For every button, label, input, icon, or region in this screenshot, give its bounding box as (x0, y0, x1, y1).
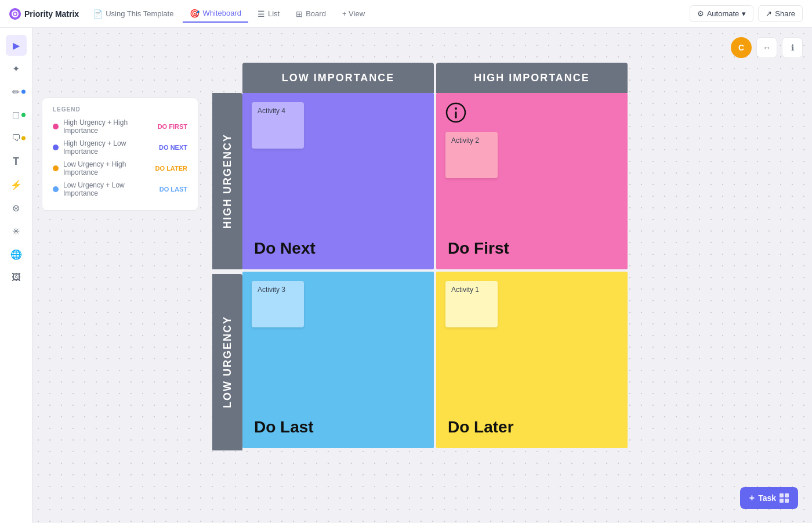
chevron-down-icon: ▾ (742, 9, 746, 18)
do-last-label: Do Last (254, 418, 314, 437)
row-headers: HIGH URGENCY LOW URGENCY (212, 93, 242, 450)
row-header-high-label: HIGH URGENCY (222, 134, 234, 229)
row-header-high-urgency: HIGH URGENCY (212, 93, 242, 269)
legend-dot-do-last (53, 186, 59, 192)
legend-badge-do-next: DO NEXT (159, 144, 187, 151)
tool-note[interactable]: 🗨 (6, 128, 27, 149)
tool-media[interactable]: 🖼 (6, 267, 27, 288)
do-first-label: Do First (448, 239, 509, 258)
shape-dot (21, 113, 26, 117)
tool-diagram[interactable]: ⊛ (6, 197, 27, 218)
tab-using-template[interactable]: 📄 Using This Template (86, 6, 180, 22)
activity-1-note[interactable]: Activity 1 (445, 281, 498, 327)
list-icon: ☰ (258, 9, 265, 19)
legend-badge-do-first: DO FIRST (158, 123, 187, 130)
embed-icon: 🌐 (10, 249, 22, 260)
tab-board[interactable]: ⊞ Board (289, 6, 333, 22)
canvas-controls: C ↔ ℹ (731, 37, 803, 58)
legend-text-do-last: Low Urgency + Low Importance (63, 181, 155, 197)
legend-badge-do-last: DO LAST (160, 186, 187, 193)
do-next-label: Do Next (254, 239, 316, 258)
legend-item-do-last: Low Urgency + Low Importance DO LAST (53, 181, 187, 197)
legend-text-do-next: High Urgency + Low Importance (63, 139, 154, 156)
share-button[interactable]: ↗ Share (758, 5, 803, 22)
logo-icon (9, 8, 21, 20)
matrix-grid: Activity 4 Do Next Activity 2 Do First (242, 93, 628, 450)
tool-magic[interactable]: ✦ (6, 58, 27, 79)
avatar: C (731, 37, 752, 58)
app-logo: Priority Matrix (9, 8, 79, 20)
col-header-low-label: LOW IMPORTANCE (282, 72, 395, 84)
expand-button[interactable]: ↔ (756, 37, 777, 58)
grid-icon (780, 493, 789, 503)
main-layout: ▶ ✦ ✏ □ 🗨 T ⚡ ⊛ ✳ 🌐 (0, 28, 812, 523)
tool-connector[interactable]: ⚡ (6, 174, 27, 195)
matrix-body: HIGH URGENCY LOW URGENCY Activity 4 Do N… (212, 93, 628, 450)
alert-icon (445, 102, 618, 127)
note-icon: 🗨 (12, 133, 21, 143)
row-header-low-label: LOW URGENCY (222, 316, 234, 409)
quadrant-do-last[interactable]: Activity 3 Do Last (242, 272, 434, 448)
legend-dot-do-first (53, 124, 59, 129)
select-icon: ▶ (13, 40, 20, 51)
do-later-label: Do Later (448, 418, 514, 437)
automate-icon: ⚙ (697, 9, 704, 18)
magic-icon: ✦ (12, 63, 20, 74)
legend-card: LEGEND High Urgency + High Importance DO… (42, 98, 198, 211)
svg-rect-4 (455, 111, 457, 118)
add-task-button[interactable]: + Task (740, 487, 798, 509)
automate-button[interactable]: ⚙ Automate ▾ (690, 5, 754, 22)
tool-text[interactable]: T (6, 151, 27, 172)
svg-point-1 (14, 13, 16, 15)
note-dot (21, 136, 26, 140)
legend-badge-do-later: DO LATER (155, 165, 187, 172)
legend-dot-do-later (53, 165, 59, 171)
expand-icon: ↔ (763, 43, 771, 52)
text-icon: T (13, 156, 19, 168)
board-icon: ⊞ (296, 9, 303, 19)
row-header-low-urgency: LOW URGENCY (212, 274, 242, 450)
col-header-high-label: HIGH IMPORTANCE (474, 72, 590, 84)
media-icon: 🖼 (12, 272, 21, 283)
quadrant-do-later[interactable]: Activity 1 Do Later (436, 272, 628, 448)
activity-4-label: Activity 4 (258, 107, 285, 115)
connector-icon: ⚡ (10, 179, 22, 190)
diagram-icon: ⊛ (12, 203, 20, 214)
canvas-area[interactable]: C ↔ ℹ LEGEND High Urgency + High Importa… (32, 28, 812, 523)
matrix-col-headers: LOW IMPORTANCE HIGH IMPORTANCE (242, 63, 628, 93)
tab-add-view[interactable]: + View (335, 6, 372, 21)
legend-title: LEGEND (53, 106, 187, 113)
quadrant-do-next[interactable]: Activity 4 Do Next (242, 93, 434, 269)
tool-select[interactable]: ▶ (6, 35, 27, 56)
tool-embed[interactable]: 🌐 (6, 244, 27, 265)
tab-list[interactable]: ☰ List (251, 6, 287, 22)
col-header-high-importance: HIGH IMPORTANCE (436, 63, 628, 93)
left-sidebar: ▶ ✦ ✏ □ 🗨 T ⚡ ⊛ ✳ 🌐 (0, 28, 32, 523)
legend-item-do-first: High Urgency + High Importance DO FIRST (53, 118, 187, 135)
ai-icon: ✳ (12, 226, 20, 237)
pen-icon: ✏ (12, 86, 20, 98)
priority-matrix: LOW IMPORTANCE HIGH IMPORTANCE HIGH URGE… (212, 63, 628, 450)
tool-pen[interactable]: ✏ (6, 81, 27, 102)
legend-item-do-later: Low Urgency + High Importance DO LATER (53, 160, 187, 176)
pen-dot (21, 90, 26, 94)
activity-2-note[interactable]: Activity 2 (445, 132, 498, 178)
share-icon: ↗ (766, 9, 772, 18)
legend-text-do-first: High Urgency + High Importance (63, 118, 153, 135)
plus-icon: + (749, 493, 755, 503)
tool-shape[interactable]: □ (6, 104, 27, 125)
legend-item-do-next: High Urgency + Low Importance DO NEXT (53, 139, 187, 156)
info-button[interactable]: ℹ (782, 37, 803, 58)
svg-point-3 (455, 107, 457, 110)
quadrant-do-first[interactable]: Activity 2 Do First (436, 93, 628, 269)
tool-ai[interactable]: ✳ (6, 221, 27, 241)
activity-4-note[interactable]: Activity 4 (252, 102, 304, 149)
activity-3-label: Activity 3 (258, 286, 285, 294)
activity-3-note[interactable]: Activity 3 (252, 281, 304, 327)
col-header-low-importance: LOW IMPORTANCE (242, 63, 434, 93)
activity-1-label: Activity 1 (451, 286, 479, 294)
shape-icon: □ (13, 109, 19, 121)
activity-2-label: Activity 2 (451, 136, 479, 145)
tab-whiteboard[interactable]: 🎯 Whiteboard (183, 5, 248, 23)
legend-dot-do-next (53, 145, 59, 150)
